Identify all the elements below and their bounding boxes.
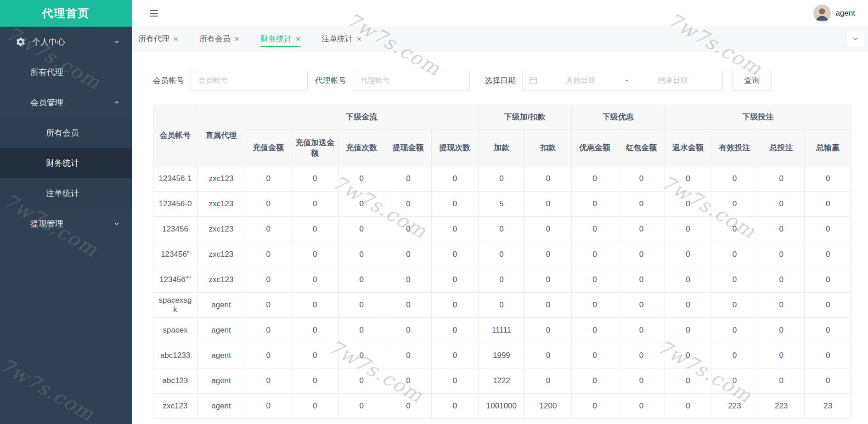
table-cell: 123456" — [153, 242, 197, 267]
user-menu[interactable]: agent — [813, 5, 855, 22]
table-cell: 0 — [385, 394, 432, 419]
table-cell: zxc123 — [197, 192, 245, 217]
table-cell: 0 — [571, 368, 618, 394]
tab-close-icon[interactable]: × — [356, 34, 361, 43]
tab-3[interactable]: 财务统计× — [260, 27, 300, 51]
table-cell: 0 — [338, 242, 385, 267]
date-end-placeholder[interactable]: 结束日期 — [630, 76, 716, 85]
agent-account-input[interactable] — [353, 70, 470, 91]
table-cell: 0 — [338, 343, 385, 368]
table-header-cell: 总投注 — [758, 130, 805, 166]
table-cell: 0 — [525, 217, 572, 242]
table-cell: 0 — [805, 368, 851, 394]
sidebar-item-5[interactable]: 财务统计 — [0, 148, 132, 178]
table-header-cell: 总输赢 — [805, 130, 851, 166]
sidebar-item-4[interactable]: 所有会员 — [0, 118, 132, 148]
table-header-cell: 有效投注 — [711, 130, 758, 166]
date-separator: - — [624, 76, 630, 85]
tab-2[interactable]: 所有会员× — [199, 27, 239, 51]
table-header-cell: 提现金额 — [385, 130, 432, 166]
table-cell: 0 — [245, 293, 292, 318]
table-row: 123456-0zxc1230000050000000 — [153, 192, 851, 217]
table-cell: 0 — [618, 394, 665, 419]
sidebar-item-2[interactable]: 所有代理 — [0, 57, 132, 87]
sidebar-item-1[interactable]: 个人中心 — [0, 27, 132, 57]
table-row: 123456"zxc1230000000000000 — [153, 242, 851, 267]
search-button[interactable]: 查询 — [732, 70, 772, 91]
table-cell: 0 — [338, 166, 385, 192]
tab-close-icon[interactable]: × — [295, 34, 300, 43]
table-header-cell: 充值次数 — [338, 130, 385, 166]
table-cell: 0 — [478, 166, 525, 192]
table-cell: 0 — [758, 318, 805, 343]
date-range-picker[interactable]: 开始日期 - 结束日期 — [522, 70, 723, 91]
sidebar-item-6[interactable]: 注单统计 — [0, 178, 132, 209]
table-cell: 123456-1 — [153, 166, 197, 192]
table-cell: 0 — [665, 267, 711, 293]
table-cell: 0 — [292, 293, 338, 318]
table-cell: 1999 — [478, 343, 525, 368]
table-cell: 0 — [245, 217, 292, 242]
table-cell: 0 — [478, 267, 525, 293]
table-cell: 0 — [711, 242, 758, 267]
tab-dropdown-button[interactable] — [846, 31, 864, 47]
table-cell: 0 — [525, 368, 572, 394]
table-cell: agent — [197, 293, 245, 318]
table-cell: 0 — [292, 217, 338, 242]
table-cell: 0 — [571, 318, 618, 343]
table-cell: 0 — [525, 318, 572, 343]
tab-close-icon[interactable]: × — [234, 34, 239, 43]
tab-1[interactable]: 所有代理× — [138, 27, 178, 51]
date-start-placeholder[interactable]: 开始日期 — [537, 76, 624, 85]
table-cell: 0 — [805, 192, 851, 217]
table-body: 123456-1zxc1230000000000000123456-0zxc12… — [153, 166, 851, 419]
member-account-input[interactable] — [191, 70, 308, 91]
sidebar-item-label: 所有会员 — [46, 127, 79, 138]
table-cell: 0 — [432, 318, 479, 343]
table-row: abc123agent0000012220000000 — [153, 368, 851, 394]
table-cell: 0 — [338, 267, 385, 293]
table-cell: 0 — [525, 242, 572, 267]
member-account-label: 会员帐号 — [153, 75, 184, 86]
table-cell: 0 — [571, 217, 618, 242]
table-header-cell: 红包金额 — [618, 130, 665, 166]
chevron-down-icon — [852, 35, 859, 42]
table-row: 123456-1zxc1230000000000000 — [153, 166, 851, 192]
table-cell: 0 — [432, 368, 479, 394]
table-cell: 0 — [618, 267, 665, 293]
tab-close-icon[interactable]: × — [173, 34, 178, 43]
table-header-cell: 直属代理 — [197, 104, 245, 166]
top-navbar: agent — [132, 0, 868, 27]
sidebar-item-7[interactable]: 提现管理 — [0, 209, 132, 239]
chevron-down-icon — [113, 39, 120, 45]
table-header-cell: 会员帐号 — [153, 104, 197, 166]
table-cell: 0 — [805, 293, 851, 318]
table-cell: 0 — [665, 242, 711, 267]
table-header-cell: 提现次数 — [432, 130, 479, 166]
table-cell: zxc123 — [197, 217, 245, 242]
table-cell: 0 — [245, 343, 292, 368]
table-cell: abc1233 — [153, 343, 197, 368]
table-cell: 0 — [245, 368, 292, 394]
chevron-down-icon — [113, 220, 120, 227]
table-cell: 0 — [245, 192, 292, 217]
table-cell: 0 — [805, 267, 851, 293]
hamburger-icon[interactable] — [148, 8, 159, 19]
tab-bar: 所有代理×所有会员×财务统计×注单统计× — [132, 27, 868, 51]
tab-label: 所有代理 — [138, 34, 169, 44]
table-header-cell: 返水金额 — [665, 130, 711, 166]
table-cell: 0 — [525, 293, 572, 318]
table-cell: 0 — [665, 192, 711, 217]
table-cell: agent — [197, 343, 245, 368]
table-cell: 0 — [805, 217, 851, 242]
table-cell: 0 — [432, 343, 479, 368]
sidebar-menu: 个人中心所有代理会员管理所有会员财务统计注单统计提现管理 — [0, 27, 132, 239]
tab-4[interactable]: 注单统计× — [321, 27, 361, 51]
table-cell: 0 — [292, 192, 338, 217]
sidebar-item-3[interactable]: 会员管理 — [0, 87, 132, 118]
agent-account-label: 代理帐号 — [315, 75, 346, 86]
table-cell: 0 — [618, 318, 665, 343]
calendar-icon — [529, 76, 537, 85]
table-cell: 0 — [758, 343, 805, 368]
table-header-cell: 加款 — [478, 130, 525, 166]
